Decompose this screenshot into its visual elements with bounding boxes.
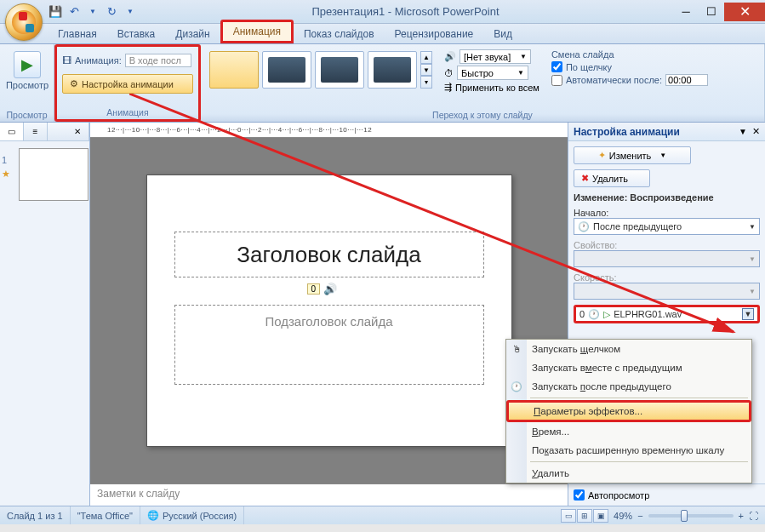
ctx-effect-options[interactable]: Параметры эффектов...: [506, 400, 751, 422]
tab-animation[interactable]: Анимация: [220, 20, 294, 43]
autopreview-checkbox[interactable]: Автопросмотр: [574, 489, 760, 501]
animation-gallery-icon: 🎞: [62, 55, 71, 66]
auto-time-input[interactable]: [665, 74, 708, 86]
ribbon-tabs: Главная Вставка Дизайн Анимация Показ сл…: [0, 24, 765, 44]
window-title: Презентация1 - Microsoft PowerPoint: [138, 5, 673, 18]
custom-animation-icon: ⚙: [70, 78, 78, 89]
undo-icon[interactable]: ↶: [66, 4, 82, 20]
animation-list-item[interactable]: 0 🕐 ▷ ELPHRG01.wav ▼: [574, 305, 760, 323]
slides-tab[interactable]: ▭: [0, 123, 24, 140]
mouse-icon: 🖱: [510, 342, 523, 356]
zoom-out-icon[interactable]: −: [637, 511, 642, 521]
language-icon: 🌐: [147, 510, 159, 521]
ctx-start-with[interactable]: Запускать вместе с предыдущим: [506, 358, 751, 377]
item-dropdown-icon[interactable]: ▼: [742, 308, 754, 320]
ctx-timing[interactable]: Время...: [506, 422, 751, 441]
delete-button[interactable]: ✖ Удалить: [574, 169, 650, 187]
auto-after-checkbox[interactable]: Автоматически после:: [551, 74, 708, 86]
fit-icon[interactable]: ⛶: [749, 511, 758, 521]
gallery-more-icon[interactable]: ▾: [420, 76, 432, 89]
zoom-in-icon[interactable]: +: [739, 511, 744, 521]
quick-access-toolbar: 💾 ↶ ▼ ↻ ▼: [48, 4, 138, 20]
pane-close-icon[interactable]: ✕: [752, 126, 760, 137]
transition-item[interactable]: [368, 51, 417, 89]
slideshow-view-icon[interactable]: ▣: [593, 509, 608, 523]
slide-thumbnail[interactable]: [19, 148, 88, 201]
dropdown-icon: ▼: [659, 152, 666, 159]
gallery-down-icon[interactable]: ▼: [420, 64, 432, 77]
custom-animation-button[interactable]: ⚙ Настройка анимации: [62, 74, 193, 94]
window-controls: ─ ☐ ✕: [673, 3, 765, 21]
ctx-remove[interactable]: Удалить: [506, 464, 751, 483]
close-button[interactable]: ✕: [724, 3, 765, 21]
start-dropdown[interactable]: 🕐 После предыдущего ▼: [574, 218, 760, 235]
notes-area[interactable]: Заметки к слайду: [90, 483, 568, 506]
gallery-scroll: ▲ ▼ ▾: [420, 51, 432, 89]
slide-canvas[interactable]: Заголовок слайда 0 🔊 Подзаголовок слайда: [90, 138, 568, 483]
modify-star-icon: ✦: [598, 150, 606, 161]
ribbon: ▶ Просмотр Просмотр 🎞 Анимация: В ходе п…: [0, 44, 765, 123]
transition-item[interactable]: [315, 51, 364, 89]
apply-all-icon: ⇶: [444, 82, 452, 93]
status-language[interactable]: 🌐 Русский (Россия): [140, 506, 244, 524]
gallery-up-icon[interactable]: ▲: [420, 51, 432, 64]
tab-home[interactable]: Главная: [48, 25, 107, 43]
panel-close-icon[interactable]: ✕: [66, 123, 89, 140]
title-placeholder[interactable]: Заголовок слайда: [174, 232, 484, 277]
subtitle-placeholder[interactable]: Подзаголовок слайда: [174, 305, 484, 385]
zoom-slider[interactable]: [648, 514, 734, 518]
clock-icon: 🕐: [510, 380, 523, 393]
zoom-level[interactable]: 49%: [614, 511, 632, 521]
status-theme: "Тема Office": [71, 506, 140, 524]
qat-more-icon[interactable]: ▼: [123, 4, 138, 20]
tab-view[interactable]: Вид: [483, 25, 522, 43]
tab-slideshow[interactable]: Показ слайдов: [294, 25, 385, 43]
property-dropdown: ▼: [574, 250, 760, 267]
sorter-view-icon[interactable]: ⊞: [577, 509, 592, 523]
transition-none[interactable]: [209, 51, 259, 89]
normal-view-icon[interactable]: ▭: [561, 509, 576, 523]
preview-icon: ▶: [21, 55, 33, 74]
play-icon: ▷: [603, 309, 610, 320]
clock-icon: 🕐: [578, 221, 590, 232]
outline-tab[interactable]: ≡: [24, 123, 48, 140]
maximize-button[interactable]: ☐: [699, 3, 724, 21]
group-preview: ▶ Просмотр Просмотр: [0, 44, 54, 122]
titlebar: 💾 ↶ ▼ ↻ ▼ Презентация1 - Microsoft Power…: [0, 0, 765, 24]
editor-area: 12···|···10···|···8···|···6···|···4···|·…: [90, 123, 568, 506]
tab-insert[interactable]: Вставка: [107, 25, 166, 43]
ctx-start-after[interactable]: 🕐 Запускать после предыдущего: [506, 377, 751, 396]
save-icon[interactable]: 💾: [48, 4, 63, 20]
animation-dropdown[interactable]: В ходе посл: [125, 54, 191, 67]
preview-button[interactable]: ▶ Просмотр: [5, 48, 49, 90]
group-animation: 🎞 Анимация: В ходе посл ⚙ Настройка аним…: [54, 44, 201, 122]
pane-dropdown-icon[interactable]: ▼: [739, 127, 747, 136]
transition-sound-controls: 🔊 [Нет звука]▼ ⏱ Быстро▼ ⇶ Применить ко …: [441, 48, 543, 94]
on-click-checkbox[interactable]: По щелчку: [551, 61, 708, 72]
speed-dropdown-pane: ▼: [574, 283, 760, 300]
sound-object-icon[interactable]: 🔊: [323, 283, 337, 295]
redo-icon[interactable]: ↻: [104, 4, 119, 20]
speed-dropdown[interactable]: Быстро▼: [457, 66, 528, 80]
minimize-button[interactable]: ─: [673, 3, 699, 21]
ctx-start-click[interactable]: 🖱 Запускать щелчком: [506, 340, 751, 358]
slide-advance-controls: Смена слайда По щелчку Автоматически пос…: [548, 48, 711, 88]
apply-all-button[interactable]: ⇶ Применить ко всем: [444, 82, 539, 93]
change-header: Изменение: Воспроизведение: [574, 192, 760, 203]
undo-dropdown-icon[interactable]: ▼: [85, 4, 100, 20]
sound-icon: 🔊: [444, 51, 456, 62]
modify-button[interactable]: ✦ Изменить ▼: [574, 146, 691, 164]
delete-icon: ✖: [581, 173, 589, 184]
sound-dropdown[interactable]: [Нет звука]▼: [460, 49, 531, 64]
clock-icon: 🕐: [588, 309, 600, 320]
slide-number: 1: [2, 155, 7, 165]
office-button[interactable]: [5, 3, 43, 41]
status-slide: Слайд 1 из 1: [0, 506, 71, 524]
group-transition: ▲ ▼ ▾ 🔊 [Нет звука]▼ ⏱ Быстро▼ ⇶ Примени…: [201, 44, 765, 122]
tab-review[interactable]: Рецензирование: [385, 25, 484, 43]
transition-item[interactable]: [262, 51, 311, 89]
statusbar: Слайд 1 из 1 "Тема Office" 🌐 Русский (Ро…: [0, 506, 765, 524]
tab-design[interactable]: Дизайн: [165, 25, 220, 43]
pane-title: Настройка анимации: [574, 126, 739, 138]
ctx-show-timeline[interactable]: Показать расширенную временную шкалу: [506, 441, 751, 460]
